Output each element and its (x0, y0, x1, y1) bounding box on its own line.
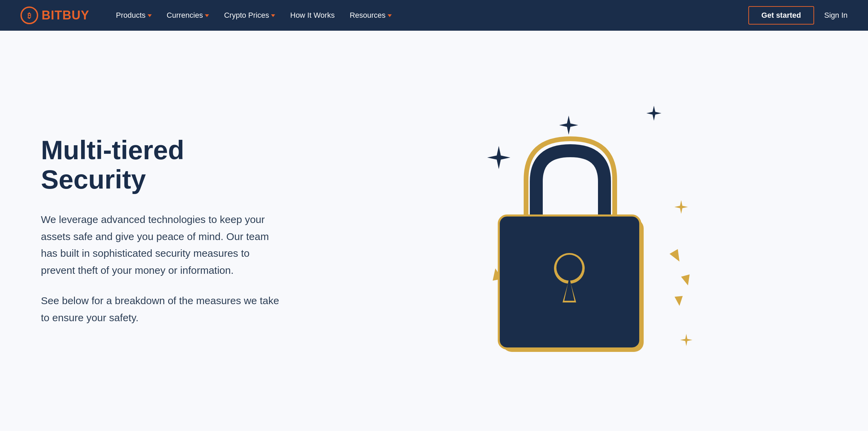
get-started-button[interactable]: Get started (748, 6, 814, 25)
lock-illustration (443, 94, 698, 367)
svg-point-6 (556, 255, 582, 281)
nav-links: Products Currencies Crypto Prices How It… (110, 8, 748, 23)
chevron-down-icon (388, 14, 392, 17)
hero-title: Multi-tiered Security (41, 136, 286, 194)
nav-item-how-it-works[interactable]: How It Works (284, 8, 341, 23)
sign-in-button[interactable]: Sign In (824, 11, 848, 20)
nav-item-crypto-prices[interactable]: Crypto Prices (218, 8, 281, 23)
logo-link[interactable]: ₿ BITBUY (20, 6, 89, 24)
chevron-down-icon (271, 14, 275, 17)
chevron-down-icon (205, 14, 209, 17)
chevron-down-icon (148, 14, 152, 17)
hero-description-2: See below for a breakdown of the measure… (41, 292, 286, 326)
hero-illustration (314, 86, 827, 376)
logo-icon: ₿ (20, 6, 38, 24)
brand-name: BITBUY (42, 8, 89, 23)
nav-item-currencies[interactable]: Currencies (161, 8, 215, 23)
hero-content: Multi-tiered Security We leverage advanc… (41, 136, 314, 326)
hero-description-1: We leverage advanced technologies to kee… (41, 211, 286, 279)
nav-actions: Get started Sign In (748, 6, 848, 25)
nav-item-products[interactable]: Products (110, 8, 158, 23)
navbar: ₿ BITBUY Products Currencies Crypto Pric… (0, 0, 868, 31)
nav-item-resources[interactable]: Resources (344, 8, 398, 23)
svg-text:₿: ₿ (28, 12, 31, 19)
hero-section: Multi-tiered Security We leverage advanc… (0, 31, 868, 431)
